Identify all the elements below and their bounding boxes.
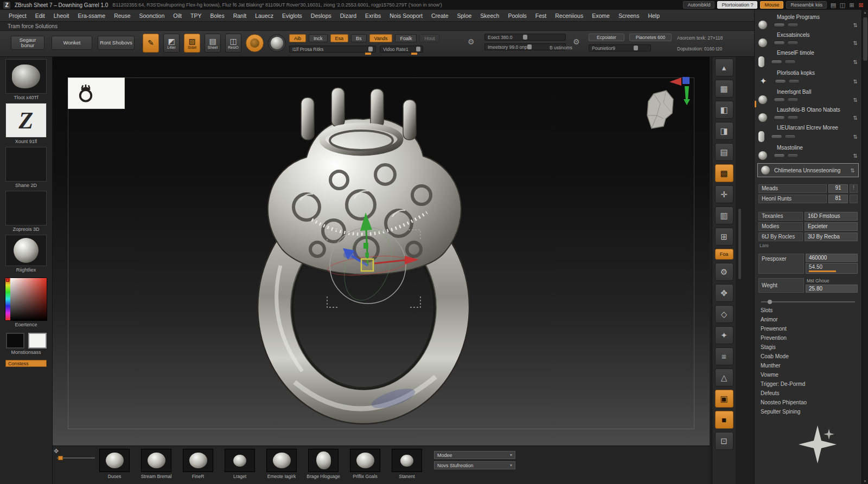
titlebar-button[interactable]: Autonibkld (683, 1, 714, 9)
toggle-pill[interactable] (775, 79, 786, 83)
toolbar-tool-icon-material-ball[interactable] (268, 34, 286, 52)
toggle-pill[interactable] (788, 79, 800, 83)
scrollbar-thumb[interactable] (863, 17, 867, 61)
viewport-canvas[interactable] (53, 57, 710, 446)
titlebar-window-icon-display-icon[interactable]: ◫ (839, 2, 846, 9)
toggle-pill[interactable] (774, 98, 785, 102)
sidebar-tool[interactable]: Shane 2D (5, 147, 47, 188)
stat-value[interactable]: 81 (828, 195, 848, 203)
toggle-pill[interactable] (784, 60, 796, 64)
options-list-item[interactable]: Trigger: De-Pormd (755, 379, 861, 389)
expand-updown-icon[interactable]: ⇅ (853, 40, 858, 46)
prosa-ritks-slider[interactable]: I1lf Prosa Ritks (289, 46, 376, 53)
pounietior-slider[interactable]: Pounietior9 (589, 44, 651, 51)
material-sphere-icon[interactable] (758, 95, 767, 104)
right-strip-icon-scroll-up[interactable]: ▴ (715, 59, 733, 76)
titlebar-window-icon-grid-icon[interactable]: ⊞ (848, 2, 856, 9)
shelf-tool-thumbnail[interactable] (183, 449, 213, 472)
transform-gizmo[interactable] (286, 196, 449, 337)
sidebar-tool[interactable]: Tloot x40Tf (5, 59, 47, 100)
sidebar-tool-thumbnail[interactable] (5, 59, 47, 94)
stat-value[interactable]: 91 (828, 184, 848, 193)
color-picker[interactable] (5, 278, 47, 321)
expand-updown-icon[interactable]: ⇅ (851, 167, 855, 173)
piaonetes-box[interactable]: Piaonetes 600 (629, 34, 672, 41)
gear-icon[interactable]: ⚙ (573, 37, 580, 46)
toggle-pill[interactable] (787, 41, 799, 45)
stat-extra[interactable] (850, 195, 858, 203)
shelf-tool[interactable]: Lraget (224, 449, 256, 479)
expand-updown-icon[interactable]: ⇅ (853, 79, 858, 85)
right-strip-icon-frame[interactable]: ▣ (715, 390, 733, 408)
toggle-pill[interactable] (771, 134, 782, 139)
toggle-pill[interactable] (787, 115, 799, 120)
titlebar-window-icon-gallery-icon[interactable]: ▤ (829, 2, 837, 9)
material-section[interactable]: Excsatsincels ⇅ (755, 31, 861, 49)
axis-orientation-widget[interactable] (668, 75, 695, 105)
weight-value[interactable]: 25.80 (806, 285, 858, 293)
toggle-pill[interactable] (774, 153, 785, 158)
menu-item[interactable]: Boles (206, 10, 228, 21)
expand-updown-icon[interactable]: ⇅ (853, 59, 858, 65)
options-list-item[interactable]: Sepulter Spining (755, 407, 861, 416)
titlebar-window-icon-close-icon[interactable]: ⊠ (857, 2, 865, 9)
sidebar-tool[interactable]: Xount 91fl (5, 103, 47, 144)
material-sphere-icon[interactable] (758, 56, 764, 67)
sidebar-tool[interactable]: Zopreois 3D (5, 191, 47, 232)
shelf-tool[interactable]: Stanent (391, 449, 423, 479)
material-sphere-icon[interactable] (758, 151, 767, 160)
menu-item[interactable]: Fest (531, 10, 551, 21)
expand-updown-icon[interactable]: ⇅ (853, 22, 858, 28)
right-strip-icon-layers[interactable]: ▥ (715, 206, 733, 224)
ecpoiater-button[interactable]: Ecpoiater (589, 34, 624, 41)
material-sphere-icon[interactable] (758, 38, 767, 47)
scrollbar-up-icon[interactable]: ▴ (862, 10, 868, 15)
prop-value[interactable]: Epcieter (805, 222, 858, 231)
shelf-tool[interactable]: Stream Bremal (141, 449, 172, 479)
mode-button[interactable]: Inck (309, 34, 328, 42)
slider-thumb[interactable] (368, 47, 373, 51)
material-sphere-icon[interactable] (761, 166, 770, 175)
mode-button[interactable]: Hout (419, 34, 439, 42)
options-list-item[interactable]: Slots (755, 306, 861, 315)
menu-item[interactable]: TPY (186, 10, 206, 21)
shelf-tool-thumbnail[interactable] (392, 449, 422, 472)
menu-item[interactable]: Lauecz (251, 10, 278, 21)
shelf-tool[interactable]: Brage Hloguage (308, 449, 339, 479)
shelf-tool[interactable]: Duoes (99, 449, 130, 479)
toggle-pill[interactable] (787, 153, 799, 158)
mode-button[interactable]: Aib (289, 34, 306, 42)
saturation-value-square[interactable] (10, 278, 47, 320)
slider-thumb[interactable] (527, 44, 532, 49)
shelf-tool-thumbnail[interactable] (225, 449, 255, 472)
material-sphere-icon[interactable] (758, 113, 767, 122)
material-section[interactable]: Msastoline ⇅ (755, 144, 861, 162)
menu-item[interactable]: Poolols (503, 10, 531, 21)
material-sphere-icon[interactable] (758, 21, 767, 29)
toggle-pill[interactable] (771, 60, 782, 64)
toolbar-tool-icon-resio[interactable]: ◫ ResiO (225, 34, 241, 53)
canvas-vertical-scrollbar[interactable] (738, 209, 741, 279)
options-list-item[interactable]: Noosteo Phipentao (755, 398, 861, 407)
menu-item[interactable]: Eviglots (278, 10, 307, 21)
panel-slider[interactable] (761, 301, 855, 302)
prespoxer-value[interactable]: 460000 (806, 254, 858, 262)
toolbar-tool-icon-edit-pencil[interactable]: ✎ (143, 34, 159, 53)
menu-item[interactable]: Create (427, 10, 453, 21)
mode-button[interactable]: Foalk (395, 34, 417, 42)
toolbar-tool-icon-sidet[interactable]: ▨ Sidet (184, 34, 200, 53)
material-sphere-icon[interactable] (758, 131, 764, 142)
toggle-pill[interactable] (787, 23, 799, 27)
scrollbar-down-icon[interactable]: ▾ (862, 479, 868, 484)
material-section[interactable]: Chlimetena Unnsesteoniing ⇅ (757, 163, 859, 177)
menu-item[interactable]: Ranlt (229, 10, 251, 21)
right-strip-icon-canvas-doc[interactable]: ▦ (715, 80, 733, 98)
right-strip-icon-settings-gear[interactable]: ⚙ (715, 263, 733, 281)
menu-item[interactable]: Dizard (336, 10, 361, 21)
main-color-swatch[interactable] (6, 333, 24, 349)
expand-updown-icon[interactable]: ⇅ (853, 153, 858, 159)
prespoxer-sub[interactable]: 54.50 (806, 263, 858, 274)
right-strip-icon-perspective[interactable]: ◇ (715, 305, 733, 323)
right-strip-icon-effects-star[interactable]: ✦ (715, 326, 733, 344)
prop-value[interactable]: 16D Fmstous (805, 212, 858, 221)
